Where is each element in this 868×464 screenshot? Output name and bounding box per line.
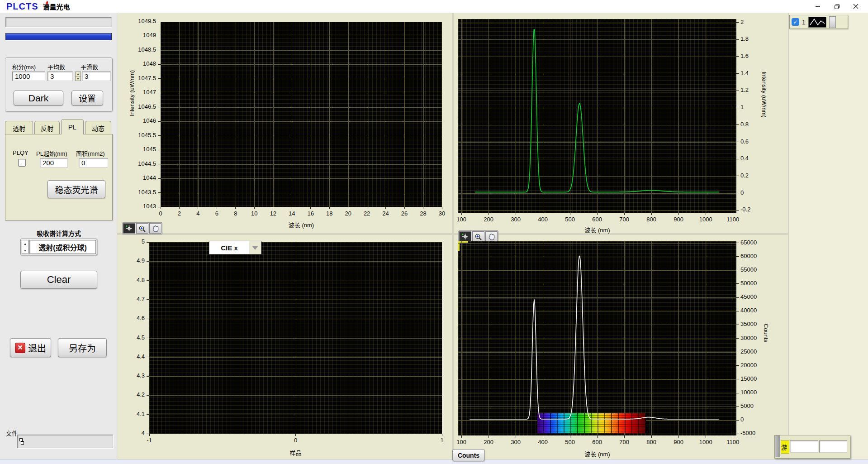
gridline-h	[161, 64, 442, 65]
status-text-field[interactable]	[5, 17, 112, 27]
zoom-tool-button[interactable]	[136, 223, 148, 234]
tab-pl[interactable]: PL	[61, 119, 84, 134]
file-browse-icon[interactable]	[19, 438, 24, 445]
file-label: 文件	[6, 430, 13, 437]
gridline-h	[161, 107, 442, 108]
y-tick-mark	[736, 256, 739, 257]
x-tick-mark	[254, 207, 255, 209]
area-input[interactable]: 0	[79, 158, 108, 167]
cursor-name-label[interactable]: 游	[781, 440, 789, 454]
settings-button[interactable]: 设置	[71, 91, 103, 105]
y-tick-mark	[147, 299, 149, 300]
save-as-button[interactable]: 另存为	[58, 338, 107, 357]
y-tick-mark	[158, 64, 161, 65]
clear-button[interactable]: Clear	[20, 271, 97, 289]
x-tick-mark	[516, 435, 516, 438]
absorption-mode-select[interactable]: ▲▼ 透射(或积分球)	[20, 239, 97, 255]
dark-button[interactable]: Dark	[14, 91, 63, 105]
y-tick-mark	[158, 22, 161, 22]
x-tick-label: 300	[502, 216, 529, 223]
y-tick-mark	[147, 338, 149, 338]
cursor-x-field[interactable]	[790, 440, 818, 453]
average-input[interactable]: 3	[47, 72, 73, 81]
exit-button-label: 退出	[28, 341, 46, 354]
gridline-h	[149, 376, 442, 377]
plqy-checkbox[interactable]	[18, 159, 26, 167]
plot-counts-spectrum[interactable]: 1002003004005006007008009001000110065000…	[458, 241, 736, 435]
stepper-down-icon[interactable]: ▼	[22, 247, 28, 254]
cie-selector-dropdown[interactable]: CIE x	[209, 241, 261, 254]
plqy-label: PLQY	[13, 149, 28, 156]
y-tick-mark	[158, 107, 161, 107]
tab-reflection[interactable]: 反射	[34, 121, 60, 134]
gridline-v	[329, 22, 330, 207]
steady-state-pl-label: 稳态荧光谱	[55, 183, 98, 196]
absorption-mode-value[interactable]: 透射(或积分球)	[29, 240, 96, 254]
gridline-v	[292, 22, 292, 207]
crosshair-tool-button[interactable]	[459, 231, 471, 242]
minimize-button[interactable]	[808, 0, 827, 12]
smooth-stepper[interactable]: ▲▼	[75, 72, 81, 81]
y-tick-mark	[736, 352, 739, 352]
legend-visibility-checkbox[interactable]: ✓	[792, 18, 799, 26]
zoom-tool-button[interactable]	[472, 231, 484, 242]
legend-style-icon[interactable]	[829, 16, 836, 28]
x-tick-mark	[516, 213, 516, 215]
xaxis-label-pl: 波长 (nm)	[458, 225, 736, 234]
y-tick-mark	[736, 39, 739, 40]
check-icon: ✓	[793, 19, 797, 25]
gridline-v	[423, 22, 424, 207]
absorption-mode-text: 透射(或积分球)	[38, 242, 87, 253]
legend-waveform-icon[interactable]	[808, 17, 826, 28]
pl-start-input[interactable]: 200	[40, 158, 68, 167]
x-tick-mark	[706, 435, 706, 438]
stepper-up-icon[interactable]: ▲	[76, 72, 81, 77]
tab-dynamic[interactable]: 动态	[85, 121, 111, 134]
x-tick-mark	[217, 207, 217, 209]
y-tick-mark	[147, 261, 149, 262]
y-tick-mark	[736, 297, 739, 298]
cursor-y-field[interactable]	[819, 440, 847, 453]
x-tick-mark	[624, 213, 625, 215]
y-tick-label: 4.4	[115, 353, 145, 360]
bottom-window-strip	[0, 459, 868, 464]
gridline-v	[311, 22, 311, 207]
app-window: PLCTS 谱量光电	[0, 0, 868, 464]
crosshair-tool-button[interactable]	[123, 223, 135, 234]
stepper-down-icon[interactable]: ▼	[76, 77, 81, 81]
pan-tool-button[interactable]	[149, 223, 161, 234]
exit-button[interactable]: ✕ 退出	[10, 338, 51, 357]
area-value: 0	[81, 159, 85, 167]
plot-dark-reference[interactable]: 0246810121416182022242628301049.51049104…	[161, 22, 442, 207]
file-path-field[interactable]	[17, 435, 113, 448]
pan-tool-button[interactable]	[485, 231, 498, 242]
absorption-mode-stepper[interactable]: ▲▼	[22, 240, 28, 254]
smooth-input[interactable]: 3	[82, 72, 111, 81]
tab-transmission[interactable]: 透射	[5, 121, 33, 134]
integration-input[interactable]: 1000	[12, 72, 45, 81]
counts-mode-button[interactable]: Counts	[452, 449, 485, 461]
y-tick-mark	[158, 178, 161, 179]
y-tick-label: 0.6	[740, 138, 772, 145]
minimize-icon	[815, 4, 821, 9]
gridline-v	[386, 22, 386, 207]
integration-value: 1000	[15, 72, 30, 80]
gridline-v	[179, 22, 180, 207]
counts-mode-label: Counts	[458, 452, 479, 459]
cie-selector-arrow[interactable]	[249, 241, 261, 254]
y-tick-label: 60000	[740, 253, 772, 259]
app-logo: PLCTS 谱量光电	[6, 1, 70, 12]
close-button[interactable]	[846, 0, 865, 12]
restore-button[interactable]	[827, 0, 846, 12]
x-tick-mark	[733, 435, 733, 438]
cursor-list-scrollbar[interactable]	[775, 435, 780, 457]
plot-cie-sample[interactable]: -10154.94.84.74.64.54.44.34.24.14	[149, 242, 442, 434]
x-tick-label: 700	[611, 216, 638, 223]
plot-pl-intensity[interactable]: 1002003004005006007008009001000110021.81…	[458, 19, 736, 213]
x-tick-label: 200	[475, 439, 502, 445]
y-tick-label: 4.3	[115, 372, 145, 379]
x-tick-label: 1000	[692, 439, 719, 445]
brand-text: PLCTS	[6, 1, 38, 12]
steady-state-pl-button[interactable]: 稳态荧光谱	[47, 180, 105, 198]
stepper-up-icon[interactable]: ▲	[22, 240, 28, 247]
